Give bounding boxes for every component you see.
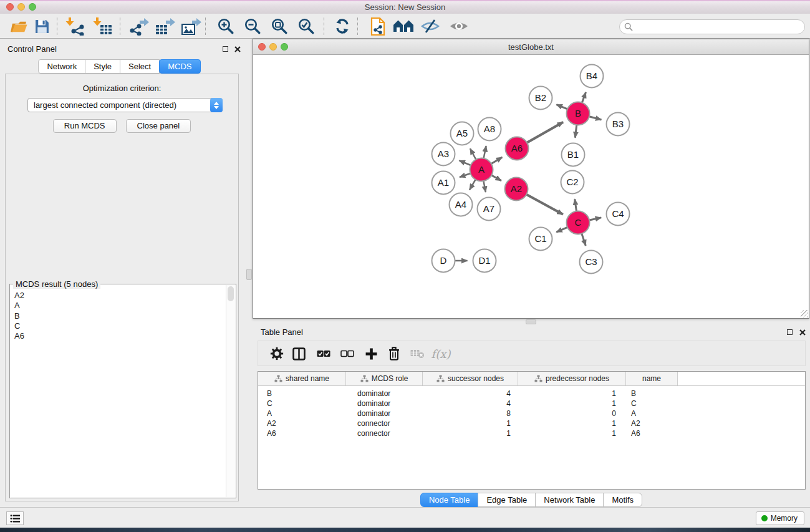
- export-image-button[interactable]: [180, 16, 202, 37]
- show-hide-panel-button[interactable]: [448, 16, 470, 37]
- mcds-result-item[interactable]: A6: [14, 331, 225, 341]
- open-session-button[interactable]: [7, 16, 30, 37]
- graph-edge-A-A1[interactable]: [460, 173, 471, 177]
- scrollbar-thumb[interactable]: [228, 286, 234, 301]
- tab-network-table[interactable]: Network Table: [535, 493, 604, 507]
- graph-edge-A6-B[interactable]: [527, 122, 563, 143]
- graph-edge-A-A4[interactable]: [470, 180, 476, 190]
- zoom-in-button[interactable]: [215, 16, 237, 37]
- graph-edge-C-C3[interactable]: [582, 234, 586, 246]
- float-panel-button[interactable]: [221, 45, 229, 53]
- mcds-result-item[interactable]: B: [14, 311, 225, 321]
- table-row[interactable]: A2connector11A2: [258, 418, 805, 428]
- cell-shared-name: A6: [258, 428, 346, 438]
- graph-edge-B-B2[interactable]: [556, 105, 567, 109]
- graph-edge-A-A5[interactable]: [470, 148, 476, 159]
- graph-edge-A-A7[interactable]: [483, 181, 485, 192]
- graph-edge-B-B1[interactable]: [575, 125, 576, 137]
- mcds-result-item[interactable]: C: [14, 321, 225, 331]
- create-column-button[interactable]: [362, 345, 380, 362]
- table-toolbar: f(x): [258, 341, 806, 366]
- zoom-selected-button[interactable]: [295, 16, 317, 37]
- cell-mcds-role: dominator: [346, 399, 423, 409]
- close-table-panel-button[interactable]: [798, 328, 806, 336]
- refresh-layout-icon: [334, 18, 350, 34]
- float-table-panel-button[interactable]: [786, 328, 794, 336]
- apply-layout-button[interactable]: [331, 16, 354, 37]
- optimization-criterion-select[interactable]: largest connected component (directed): [27, 98, 223, 112]
- network-window-titlebar[interactable]: testGlobe.txt: [253, 39, 809, 55]
- cell-shared-name: A2: [258, 418, 346, 428]
- graph-edge-A-A8[interactable]: [484, 146, 486, 158]
- network-from-selection-button[interactable]: [367, 16, 389, 37]
- first-neighbors-button[interactable]: [392, 16, 415, 37]
- tab-select[interactable]: Select: [120, 59, 160, 74]
- tab-edge-table[interactable]: Edge Table: [478, 493, 536, 507]
- open-folder-icon: [9, 19, 29, 34]
- search-input[interactable]: [619, 19, 805, 34]
- zoom-out-button[interactable]: [241, 16, 264, 37]
- show-columns-button[interactable]: [289, 345, 308, 362]
- column-header-mcds-role[interactable]: MCDS role: [346, 372, 423, 385]
- show-hide-graphics-button[interactable]: [419, 16, 441, 37]
- table-row[interactable]: A6connector11A6: [258, 428, 805, 438]
- column-type-icon: [360, 375, 369, 382]
- zoom-fit-button[interactable]: [268, 16, 291, 37]
- graph-node-label-B1: B1: [567, 149, 579, 160]
- graph-edge-A-A6[interactable]: [491, 157, 502, 163]
- graph-edge-C-C4[interactable]: [589, 218, 601, 220]
- tab-motifs[interactable]: Motifs: [603, 493, 642, 507]
- graph-node-label-A7: A7: [483, 203, 494, 214]
- tab-mcds[interactable]: MCDS: [159, 59, 200, 74]
- column-header-shared-name[interactable]: shared name: [258, 372, 346, 385]
- cell-name: A6: [626, 428, 678, 438]
- result-scrollbar[interactable]: [226, 285, 235, 497]
- tab-node-table[interactable]: Node Table: [420, 493, 479, 507]
- column-settings-button[interactable]: [268, 345, 286, 362]
- graph-edge-A2-C[interactable]: [526, 195, 563, 215]
- graph-node-label-C4: C4: [612, 208, 624, 219]
- function-builder-button[interactable]: f(x): [432, 345, 450, 362]
- mcds-result-item[interactable]: A2: [14, 291, 225, 301]
- cell-mcds-role: dominator: [346, 409, 423, 418]
- select-all-button[interactable]: [314, 345, 333, 362]
- graph-edge-A-A3[interactable]: [459, 160, 470, 165]
- network-canvas[interactable]: B4B2BB3A8A5A6A3B1AC2A1A2A4A7C4CC1C3DD1: [253, 55, 809, 318]
- window-resize-grip[interactable]: [801, 310, 808, 317]
- tab-style[interactable]: Style: [85, 59, 120, 74]
- column-header-label: predecessor nodes: [546, 374, 609, 383]
- table-row[interactable]: Adominator80A: [258, 409, 805, 418]
- graph-node-label-A2: A2: [511, 183, 522, 194]
- close-panel-button[interactable]: [233, 45, 241, 53]
- column-header-name[interactable]: name: [626, 372, 678, 385]
- column-type-icon: [436, 375, 445, 382]
- mcds-result-item[interactable]: A: [14, 301, 225, 311]
- run-mcds-button[interactable]: Run MCDS: [53, 119, 117, 133]
- graph-edge-B-B4[interactable]: [582, 92, 586, 103]
- column-header-predecessor-nodes[interactable]: predecessor nodes: [518, 372, 626, 385]
- graph-edge-C-C1[interactable]: [556, 227, 567, 232]
- tab-network[interactable]: Network: [38, 59, 85, 74]
- vertical-split-handle[interactable]: [246, 269, 252, 280]
- column-header-successor-nodes[interactable]: successor nodes: [423, 372, 518, 385]
- delete-table-button[interactable]: [408, 345, 427, 362]
- import-table-button[interactable]: [92, 16, 114, 37]
- close-mcds-panel-button[interactable]: Close panel: [126, 119, 191, 133]
- save-session-button[interactable]: [31, 16, 53, 37]
- export-table-button[interactable]: [153, 16, 176, 37]
- unchecked-boxes-icon: [340, 350, 354, 357]
- deselect-all-button[interactable]: [338, 345, 357, 362]
- graph-node-label-A5: A5: [456, 128, 468, 138]
- export-network-button[interactable]: [127, 16, 150, 37]
- task-history-button[interactable]: [6, 511, 24, 525]
- table-row[interactable]: Bdominator41B: [258, 389, 805, 399]
- delete-columns-button[interactable]: [385, 345, 403, 362]
- table-row[interactable]: Cdominator41C: [258, 399, 805, 409]
- graph-edge-B-B3[interactable]: [589, 117, 602, 120]
- graph-edge-C-C2[interactable]: [575, 199, 577, 211]
- memory-button[interactable]: Memory: [756, 511, 804, 525]
- graph-edge-A-A2[interactable]: [491, 175, 501, 181]
- column-header-label: MCDS role: [372, 374, 408, 383]
- cell-successor-nodes: 8: [423, 409, 518, 418]
- import-network-button[interactable]: [64, 16, 87, 37]
